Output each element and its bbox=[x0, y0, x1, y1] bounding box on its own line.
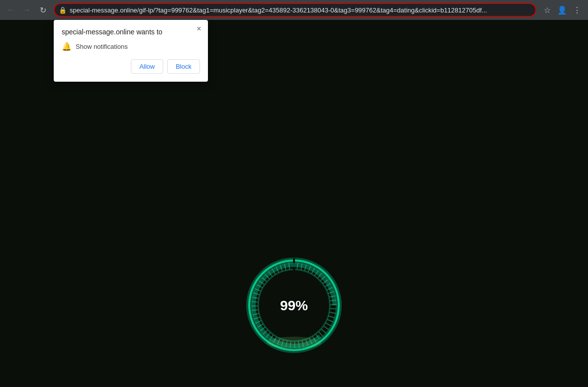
popup-permission-row: 🔔 Show notifications bbox=[62, 42, 200, 51]
bell-icon: 🔔 bbox=[62, 42, 72, 51]
forward-button[interactable]: → bbox=[20, 3, 34, 17]
lock-icon: 🔒 bbox=[59, 6, 67, 14]
reload-button[interactable]: ↻ bbox=[36, 3, 50, 17]
notification-popup: × special-message.online wants to 🔔 Show… bbox=[54, 20, 208, 82]
svg-line-24 bbox=[321, 329, 326, 334]
progress-circle: 99% bbox=[244, 256, 344, 355]
back-icon: ← bbox=[7, 5, 15, 14]
permission-label: Show notifications bbox=[76, 43, 128, 50]
account-icon: 👤 bbox=[557, 5, 567, 15]
url-text: special-message.online/gif-lp/?tag=99976… bbox=[70, 6, 531, 14]
reload-icon: ↻ bbox=[40, 5, 46, 15]
svg-line-23 bbox=[323, 326, 329, 330]
nav-buttons: ← → ↻ bbox=[4, 3, 50, 17]
back-button[interactable]: ← bbox=[4, 3, 18, 17]
popup-title: special-message.online wants to bbox=[62, 28, 200, 36]
bookmark-button[interactable]: ☆ bbox=[540, 3, 554, 17]
svg-line-21 bbox=[327, 319, 334, 322]
loading-circle-container: 99% bbox=[244, 256, 344, 357]
account-button[interactable]: 👤 bbox=[555, 3, 569, 17]
address-bar[interactable]: 🔒 special-message.online/gif-lp/?tag=999… bbox=[54, 3, 536, 17]
svg-line-18 bbox=[330, 308, 337, 309]
menu-icon: ⋮ bbox=[573, 5, 581, 15]
allow-button[interactable]: Allow bbox=[131, 59, 163, 74]
svg-line-22 bbox=[325, 323, 332, 326]
block-button[interactable]: Block bbox=[167, 59, 200, 74]
star-icon: ☆ bbox=[544, 5, 551, 15]
svg-text:99%: 99% bbox=[280, 298, 308, 313]
toolbar-icons: ☆ 👤 ⋮ bbox=[540, 3, 584, 17]
menu-button[interactable]: ⋮ bbox=[570, 3, 584, 17]
browser-frame: ← → ↻ 🔒 special-message.online/gif-lp/?t… bbox=[0, 0, 588, 387]
popup-buttons: Allow Block bbox=[62, 59, 200, 74]
popup-close-button[interactable]: × bbox=[194, 24, 204, 34]
svg-point-66 bbox=[267, 337, 321, 349]
page-content: × special-message.online wants to 🔔 Show… bbox=[0, 20, 588, 387]
forward-icon: → bbox=[23, 5, 31, 14]
browser-topbar: ← → ↻ 🔒 special-message.online/gif-lp/?t… bbox=[0, 0, 588, 20]
